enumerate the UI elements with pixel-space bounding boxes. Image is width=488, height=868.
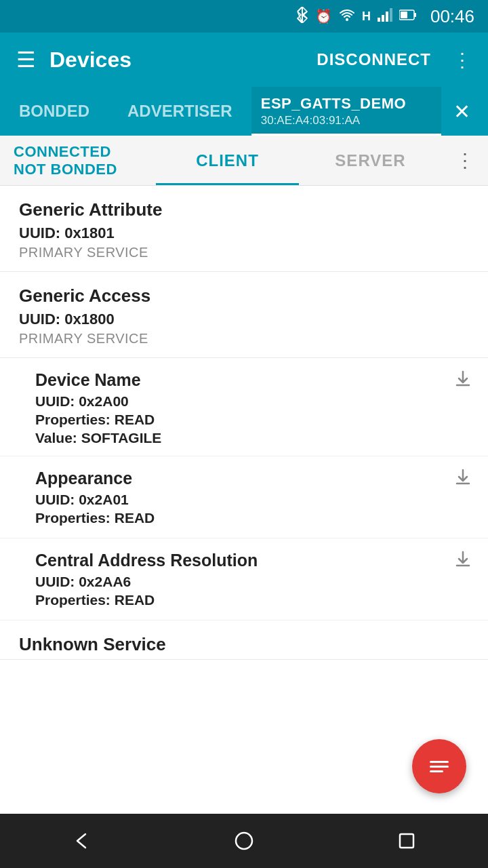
more-options-icon[interactable]: ⋮ xyxy=(453,49,472,71)
nav-home-button[interactable] xyxy=(217,814,271,868)
service-unknown: Unknown Service xyxy=(0,620,488,660)
connection-status: CONNECTED NOT BONDED xyxy=(0,136,156,185)
char-props-row: Properties: READ xyxy=(35,592,469,608)
app-bar: ☰ Devices DISCONNECT ⋮ xyxy=(0,33,488,87)
tab-active-device[interactable]: ESP_GATTS_DEMO 30:AE:A4:03:91:AA xyxy=(251,87,441,136)
service-name: Generic Attribute xyxy=(19,199,469,220)
section-more-icon[interactable]: ⋮ xyxy=(442,149,488,172)
svg-rect-7 xyxy=(382,15,384,22)
uuid-label: UUID: xyxy=(19,224,60,241)
service-uuid-row: UUID: 0x1801 xyxy=(19,224,469,242)
nav-back-button[interactable] xyxy=(54,814,108,868)
active-device-name: ESP_GATTS_DEMO xyxy=(261,95,432,113)
service-name: Unknown Service xyxy=(19,634,469,655)
active-device-mac: 30:AE:A4:03:91:AA xyxy=(261,114,432,127)
h-signal-icon: H xyxy=(362,9,371,24)
content-area: Generic Attribute UUID: 0x1801 PRIMARY S… xyxy=(0,186,488,714)
svg-rect-6 xyxy=(378,18,380,22)
char-uuid-row: UUID: 0x2AA6 xyxy=(35,574,469,590)
char-name: Device Name xyxy=(35,370,469,390)
char-uuid-row: UUID: 0x2A01 xyxy=(35,492,469,508)
uuid-label: UUID: xyxy=(35,393,75,409)
svg-line-3 xyxy=(298,7,302,12)
value-label: Value: xyxy=(35,430,77,446)
alarm-icon: ⏰ xyxy=(315,8,332,24)
svg-point-16 xyxy=(236,833,252,849)
service-type: PRIMARY SERVICE xyxy=(19,245,469,260)
uuid-value: 0x1801 xyxy=(64,224,114,241)
props-label: Properties: xyxy=(35,412,110,427)
signal-icon xyxy=(378,8,392,25)
svg-rect-11 xyxy=(414,13,416,17)
svg-point-5 xyxy=(346,18,348,21)
download-button[interactable] xyxy=(454,469,472,491)
service-generic-access: Generic Access UUID: 0x1800 PRIMARY SERV… xyxy=(0,272,488,358)
filter-line-1 xyxy=(430,761,449,763)
tab-server[interactable]: SERVER xyxy=(299,136,442,185)
service-uuid-row: UUID: 0x1800 xyxy=(19,311,469,328)
disconnect-button[interactable]: DISCONNECT xyxy=(317,50,431,69)
fab-filter-button[interactable] xyxy=(412,739,466,793)
download-button[interactable] xyxy=(454,370,472,393)
tab-client[interactable]: CLIENT xyxy=(156,136,299,185)
char-name: Central Address Resolution xyxy=(35,551,469,570)
uuid-label: UUID: xyxy=(19,311,60,328)
char-props-row: Properties: READ xyxy=(35,412,469,428)
app-title: Devices xyxy=(49,47,303,73)
char-props-row: Properties: READ xyxy=(35,510,469,526)
svg-rect-9 xyxy=(390,8,392,22)
uuid-value: 0x1800 xyxy=(64,311,114,328)
nav-recents-button[interactable] xyxy=(380,814,434,868)
service-generic-attribute: Generic Attribute UUID: 0x1801 PRIMARY S… xyxy=(0,186,488,272)
connection-status-line1: CONNECTED xyxy=(14,143,142,161)
menu-icon[interactable]: ☰ xyxy=(16,47,36,73)
tab-advertiser[interactable]: ADVERTISER xyxy=(108,87,251,136)
battery-icon xyxy=(399,9,417,24)
svg-rect-17 xyxy=(400,834,413,848)
bluetooth-icon xyxy=(296,7,308,26)
tab-bonded[interactable]: BONDED xyxy=(0,87,108,136)
filter-line-3 xyxy=(430,770,443,772)
char-name: Appearance xyxy=(35,469,469,488)
tab-close-button[interactable]: ✕ xyxy=(441,87,483,136)
wifi-icon xyxy=(339,8,355,25)
char-central-address: Central Address Resolution UUID: 0x2AA6 … xyxy=(0,538,488,620)
status-icons: ⏰ H xyxy=(296,7,417,26)
status-bar: ⏰ H xyxy=(0,0,488,33)
filter-line-2 xyxy=(430,766,449,768)
uuid-label: UUID: xyxy=(35,574,75,589)
svg-rect-12 xyxy=(401,12,407,18)
filter-icon xyxy=(430,761,449,772)
props-label: Properties: xyxy=(35,510,110,526)
service-type: PRIMARY SERVICE xyxy=(19,331,469,347)
download-button[interactable] xyxy=(454,551,472,573)
service-name: Generic Access xyxy=(19,285,469,307)
section-tabs: CLIENT SERVER xyxy=(156,136,442,185)
char-uuid-row: UUID: 0x2A00 xyxy=(35,393,469,410)
props-label: Properties: xyxy=(35,592,110,608)
status-time: 00:46 xyxy=(430,6,474,27)
char-value-row: Value: SOFTAGILE xyxy=(35,430,469,446)
char-device-name: Device Name UUID: 0x2A00 Properties: REA… xyxy=(0,358,488,456)
device-tabs-row: BONDED ADVERTISER ESP_GATTS_DEMO 30:AE:A… xyxy=(0,87,488,136)
char-appearance: Appearance UUID: 0x2A01 Properties: READ xyxy=(0,456,488,538)
svg-rect-8 xyxy=(386,12,388,22)
section-tabs-row: CONNECTED NOT BONDED CLIENT SERVER ⋮ xyxy=(0,136,488,186)
uuid-label: UUID: xyxy=(35,492,75,507)
connection-status-line2: NOT BONDED xyxy=(14,161,142,178)
bottom-navigation xyxy=(0,814,488,868)
